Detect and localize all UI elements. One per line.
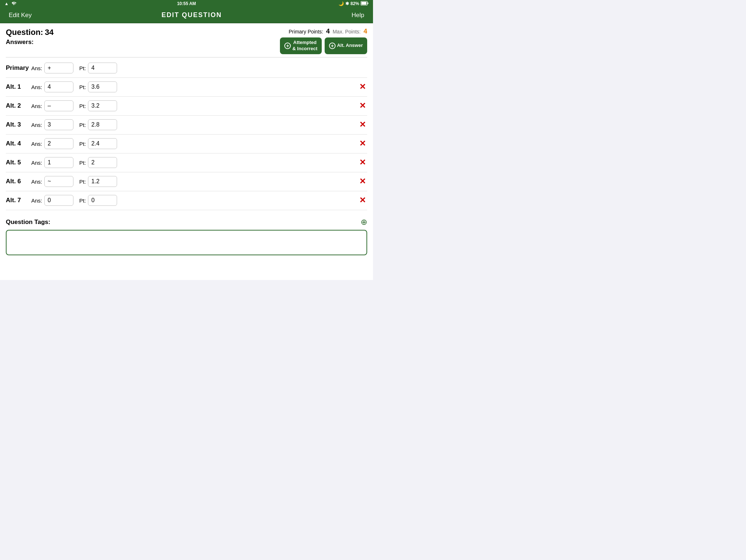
ans-field-label-alt1: Ans: — [31, 84, 42, 90]
status-time: 10:55 AM — [177, 1, 196, 6]
answer-label-alt5: Alt. 5 — [6, 159, 31, 166]
svg-rect-1 — [361, 2, 366, 5]
action-buttons-row: + Attempted& Incorrect + Alt. Answer — [280, 37, 367, 54]
pt-group-primary: Pt: — [79, 63, 117, 73]
pt-field-label-alt1: Pt: — [79, 84, 86, 90]
pt-group-alt4: Pt: — [79, 138, 117, 149]
page-title: Edit Question — [161, 11, 222, 19]
main-content: Question: 34 Answers: Primary Points: 4 … — [0, 23, 373, 280]
ans-field-label-primary: Ans: — [31, 65, 42, 71]
plus-circle-icon-2: + — [329, 43, 336, 49]
ans-input-primary[interactable] — [44, 63, 73, 73]
delete-button-alt1[interactable]: ✕ — [358, 82, 367, 92]
ans-group-alt4: Ans: — [31, 138, 73, 149]
pt-input-alt3[interactable] — [88, 119, 117, 130]
attempted-incorrect-button[interactable]: + Attempted& Incorrect — [280, 37, 322, 54]
tags-input[interactable] — [6, 230, 367, 255]
points-row: Primary Points: 4 Max. Points: 4 — [289, 28, 367, 35]
ans-input-alt6[interactable] — [44, 176, 73, 187]
pt-field-label-alt6: Pt: — [79, 179, 86, 185]
ans-field-label-alt2: Ans: — [31, 103, 42, 109]
answer-label-primary: Primary — [6, 64, 31, 72]
wifi-icon — [11, 1, 17, 7]
answers-label: Answers: — [6, 39, 54, 46]
pt-field-label-alt2: Pt: — [79, 103, 86, 109]
answer-row-alt4: Alt. 4Ans:Pt:✕ — [6, 135, 367, 153]
tags-header: Question Tags: ⊕ — [6, 217, 367, 227]
delete-button-alt3[interactable]: ✕ — [358, 120, 367, 129]
pt-input-alt5[interactable] — [88, 157, 117, 168]
answer-label-alt4: Alt. 4 — [6, 140, 31, 147]
pt-group-alt5: Pt: — [79, 157, 117, 168]
tags-section: Question Tags: ⊕ — [6, 217, 367, 257]
pt-group-alt2: Pt: — [79, 100, 117, 111]
max-points-value: 4 — [364, 28, 367, 35]
question-label: Question: — [6, 28, 43, 37]
pt-input-primary[interactable] — [88, 63, 117, 73]
nav-bar: Edit Key Edit Question Help — [0, 7, 373, 23]
status-right: 🌙 ✱ 82% — [338, 1, 369, 7]
primary-points-label: Primary Points: — [289, 29, 323, 35]
battery-percent: 82% — [350, 1, 359, 6]
pt-group-alt7: Pt: — [79, 195, 117, 206]
ans-input-alt7[interactable] — [44, 195, 73, 206]
answer-row-alt7: Alt. 7Ans:Pt:✕ — [6, 191, 367, 210]
answers-container: PrimaryAns:Pt:Alt. 1Ans:Pt:✕Alt. 2Ans:Pt… — [6, 59, 367, 210]
pt-field-label-alt3: Pt: — [79, 122, 86, 128]
help-button[interactable]: Help — [349, 12, 367, 19]
question-number-value: 34 — [45, 28, 53, 37]
answer-label-alt6: Alt. 6 — [6, 178, 31, 185]
status-left: ▲ — [4, 1, 17, 7]
primary-points-value: 4 — [326, 28, 330, 35]
pt-input-alt7[interactable] — [88, 195, 117, 206]
pt-input-alt2[interactable] — [88, 100, 117, 111]
delete-button-alt2[interactable]: ✕ — [358, 101, 367, 111]
answer-row-alt5: Alt. 5Ans:Pt:✕ — [6, 153, 367, 172]
answer-label-alt7: Alt. 7 — [6, 197, 31, 204]
pt-input-alt6[interactable] — [88, 176, 117, 187]
pt-input-alt1[interactable] — [88, 81, 117, 92]
moon-icon: 🌙 — [338, 1, 344, 6]
bluetooth-icon: ✱ — [345, 1, 349, 6]
ans-input-alt1[interactable] — [44, 81, 73, 92]
attempted-incorrect-label: Attempted& Incorrect — [292, 40, 317, 52]
edit-key-button[interactable]: Edit Key — [6, 12, 35, 19]
header-right: Primary Points: 4 Max. Points: 4 + Attem… — [280, 28, 367, 54]
delete-button-alt4[interactable]: ✕ — [358, 139, 367, 148]
pt-field-label-alt7: Pt: — [79, 197, 86, 204]
question-info: Question: 34 Answers: — [6, 28, 54, 46]
pt-field-label-alt4: Pt: — [79, 141, 86, 147]
pt-input-alt4[interactable] — [88, 138, 117, 149]
pt-field-label-alt5: Pt: — [79, 160, 86, 166]
plus-circle-icon: + — [284, 43, 291, 49]
ans-field-label-alt4: Ans: — [31, 141, 42, 147]
ans-group-alt1: Ans: — [31, 81, 73, 92]
delete-button-alt6[interactable]: ✕ — [358, 177, 367, 186]
header-divider — [6, 57, 367, 57]
ans-group-alt7: Ans: — [31, 195, 73, 206]
answer-row-primary: PrimaryAns:Pt: — [6, 59, 367, 78]
ans-group-alt5: Ans: — [31, 157, 73, 168]
status-bar: ▲ 10:55 AM 🌙 ✱ 82% — [0, 0, 373, 7]
ans-input-alt2[interactable] — [44, 100, 73, 111]
answer-label-alt1: Alt. 1 — [6, 83, 31, 91]
signal-icon: ▲ — [4, 1, 9, 6]
alt-answer-button[interactable]: + Alt. Answer — [325, 37, 367, 54]
alt-answer-label: Alt. Answer — [337, 43, 363, 49]
pt-group-alt3: Pt: — [79, 119, 117, 130]
question-number-row: Question: 34 — [6, 28, 54, 37]
answer-label-alt2: Alt. 2 — [6, 102, 31, 109]
ans-input-alt5[interactable] — [44, 157, 73, 168]
ans-group-alt3: Ans: — [31, 119, 73, 130]
tags-add-button[interactable]: ⊕ — [361, 217, 367, 227]
ans-input-alt4[interactable] — [44, 138, 73, 149]
header-row: Question: 34 Answers: Primary Points: 4 … — [6, 28, 367, 54]
ans-input-alt3[interactable] — [44, 119, 73, 130]
ans-field-label-alt6: Ans: — [31, 179, 42, 185]
delete-button-alt7[interactable]: ✕ — [358, 196, 367, 205]
answer-row-alt2: Alt. 2Ans:Pt:✕ — [6, 97, 367, 116]
tags-label: Question Tags: — [6, 219, 50, 226]
delete-button-alt5[interactable]: ✕ — [358, 158, 367, 167]
nav-left: Edit Key — [6, 12, 35, 19]
ans-group-alt2: Ans: — [31, 100, 73, 111]
